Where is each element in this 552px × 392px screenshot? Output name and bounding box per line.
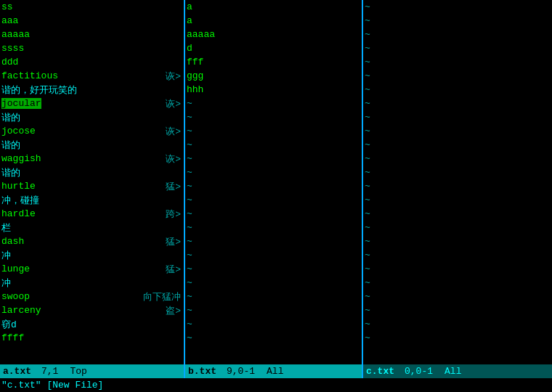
list-item: ~ bbox=[187, 207, 360, 221]
hint-text: 猛> bbox=[166, 263, 182, 276]
message-text: "c.txt" [New File] bbox=[1, 380, 103, 391]
list-item: a bbox=[187, 0, 360, 14]
hint-text: 诙> bbox=[166, 152, 182, 166]
list-item: ~ bbox=[365, 0, 551, 14]
list-item: ~ bbox=[365, 303, 551, 317]
list-item: 谐的，好开玩笑的 bbox=[1, 83, 182, 97]
list-item: waggish诙> bbox=[1, 152, 182, 166]
list-item: ss bbox=[1, 0, 182, 14]
list-item: lunge猛> bbox=[1, 262, 182, 276]
pane-b-filename: b.txt bbox=[185, 366, 219, 377]
list-item: ~ bbox=[365, 28, 551, 41]
list-item: ~ bbox=[187, 276, 360, 290]
list-item: ~ bbox=[187, 303, 360, 317]
list-item: a bbox=[187, 14, 360, 28]
pane-b-cursor: 9,0-1 bbox=[219, 366, 262, 377]
list-item: ~ bbox=[365, 193, 551, 207]
list-item: ~ bbox=[365, 331, 551, 345]
pane-c-filename: c.txt bbox=[363, 366, 397, 377]
list-item: 栏 bbox=[1, 221, 182, 234]
hint-text: 诙> bbox=[166, 97, 182, 110]
list-item: 窃d bbox=[1, 317, 182, 331]
list-item: hurtle猛> bbox=[1, 179, 182, 193]
pane-c-scroll: All bbox=[440, 366, 466, 377]
list-item: d bbox=[187, 41, 360, 55]
list-item: 谐的 bbox=[1, 166, 182, 179]
list-item: ~ bbox=[365, 110, 551, 124]
hint-text: 猛> bbox=[166, 180, 182, 193]
pane-a-content: ssaaaaaaaassssdddfactitious诙>谐的，好开玩笑的joc… bbox=[0, 0, 184, 364]
pane-a-status: a.txt 7,1 Top bbox=[0, 364, 185, 378]
list-item: ~ bbox=[365, 55, 551, 69]
editor-area: ssaaaaaaaassssdddfactitious诙>谐的，好开玩笑的joc… bbox=[0, 0, 552, 364]
list-item: ~ bbox=[187, 124, 360, 138]
pane-a-cursor: 7,1 bbox=[34, 366, 65, 377]
list-item: ~ bbox=[365, 97, 551, 110]
pane-c-cursor: 0,0-1 bbox=[397, 366, 440, 377]
list-item: ~ bbox=[187, 262, 360, 276]
list-item: 谐的 bbox=[1, 138, 182, 152]
list-item: ~ bbox=[365, 290, 551, 303]
list-item: ~ bbox=[365, 317, 551, 331]
list-item: swoop向下猛冲 bbox=[1, 290, 182, 303]
list-item: fff bbox=[187, 55, 360, 69]
list-item: factitious诙> bbox=[1, 69, 182, 83]
pane-c-status: c.txt 0,0-1 All bbox=[363, 364, 552, 378]
pane-b-content: aaaaaaadfffggghhh~~~~~~~~~~~~~~~~~~ bbox=[185, 0, 362, 364]
list-item: ~ bbox=[187, 97, 360, 110]
hint-text: 向下猛冲 bbox=[143, 290, 182, 303]
list-item: ggg bbox=[187, 69, 360, 83]
pane-a-scroll: Top bbox=[65, 366, 91, 377]
list-item: ~ bbox=[365, 221, 551, 234]
list-item: aaaaa bbox=[1, 28, 182, 41]
list-item: ddd bbox=[1, 55, 182, 69]
status-row: a.txt 7,1 Top b.txt 9,0-1 All c.txt 0,0-… bbox=[0, 364, 552, 378]
list-item: ~ bbox=[365, 248, 551, 262]
list-item: ~ bbox=[365, 207, 551, 221]
list-item: ~ bbox=[187, 110, 360, 124]
list-item: aaaaa bbox=[187, 28, 360, 41]
pane-c[interactable]: ~~~~~~~~~~~~~~~~~~~~~~~~~ bbox=[363, 0, 552, 364]
list-item: ~ bbox=[365, 41, 551, 55]
list-item: jocose诙> bbox=[1, 124, 182, 138]
list-item: 谐的 bbox=[1, 110, 182, 124]
pane-a[interactable]: ssaaaaaaaassssdddfactitious诙>谐的，好开玩笑的joc… bbox=[0, 0, 185, 364]
main-container: ssaaaaaaaassssdddfactitious诙>谐的，好开玩笑的joc… bbox=[0, 0, 552, 392]
list-item: ~ bbox=[187, 317, 360, 331]
pane-b-scroll: All bbox=[262, 366, 288, 377]
hint-text: 跨> bbox=[166, 208, 182, 221]
list-item: ssss bbox=[1, 41, 182, 55]
list-item: ~ bbox=[187, 234, 360, 248]
list-item: ~ bbox=[365, 234, 551, 248]
pane-b-status: b.txt 9,0-1 All bbox=[185, 364, 363, 378]
pane-b[interactable]: aaaaaaadfffggghhh~~~~~~~~~~~~~~~~~~ bbox=[185, 0, 363, 364]
list-item: ~ bbox=[365, 138, 551, 152]
list-item: hhh bbox=[187, 83, 360, 97]
list-item: jocular诙> bbox=[1, 97, 182, 110]
list-item: ~ bbox=[365, 124, 551, 138]
list-item: hardle跨> bbox=[1, 207, 182, 221]
pane-c-content: ~~~~~~~~~~~~~~~~~~~~~~~~~ bbox=[363, 0, 552, 364]
hint-text: 猛> bbox=[166, 235, 182, 248]
list-item: ~ bbox=[365, 152, 551, 166]
list-item: ~ bbox=[187, 138, 360, 152]
list-item: ~ bbox=[187, 193, 360, 207]
list-item: ~ bbox=[187, 331, 360, 345]
list-item: 冲 bbox=[1, 248, 182, 262]
message-bar: "c.txt" [New File] bbox=[0, 378, 552, 392]
hint-text: 诙> bbox=[166, 125, 182, 138]
hint-text: 诙> bbox=[166, 70, 182, 83]
list-item: larceny盗> bbox=[1, 303, 182, 317]
list-item: ~ bbox=[365, 69, 551, 83]
list-item: aaa bbox=[1, 14, 182, 28]
list-item: dash猛> bbox=[1, 234, 182, 248]
list-item: ~ bbox=[187, 221, 360, 234]
list-item: ~ bbox=[187, 166, 360, 179]
list-item: ~ bbox=[187, 152, 360, 166]
list-item: ~ bbox=[187, 179, 360, 193]
list-item: ~ bbox=[187, 248, 360, 262]
list-item: 冲，碰撞 bbox=[1, 193, 182, 207]
list-item: ~ bbox=[187, 290, 360, 303]
list-item: ~ bbox=[365, 166, 551, 179]
list-item: 冲 bbox=[1, 276, 182, 290]
